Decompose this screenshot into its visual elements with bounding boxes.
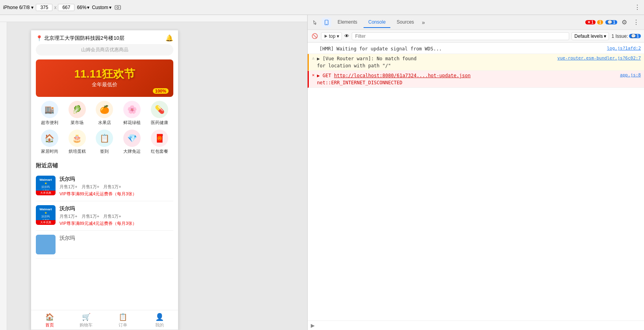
- category-grid: 🏬 超市便利 🥬 菜市场 🍊 水果店 🌸 鲜花绿植: [31, 97, 178, 158]
- custom-selector[interactable]: Custom ▾: [92, 5, 111, 10]
- levels-chevron-icon: ▾: [604, 33, 606, 39]
- store-item-3[interactable]: 沃尔玛: [36, 231, 173, 259]
- console-clear-icon[interactable]: 🚫: [311, 32, 319, 40]
- vue-warn-expand-icon[interactable]: ⚠: [312, 55, 315, 62]
- message-small-icon: 💬: [631, 34, 636, 38]
- console-filter-input[interactable]: [352, 32, 570, 40]
- console-vue-warn-text: ▶ [Vue Router warn]: No match foundfor l…: [317, 55, 555, 69]
- store-stats-1: 月售1万+ 月售1万+ 月售1万+: [59, 184, 173, 190]
- eye-icon[interactable]: 👁: [344, 33, 349, 39]
- bakery-icon: 🎂: [69, 130, 86, 147]
- category-item-brand[interactable]: 💎 大牌免运: [118, 130, 146, 154]
- category-item-home[interactable]: 🏠 家居时尚: [36, 130, 63, 154]
- device-tool-icon[interactable]: [322, 18, 331, 27]
- error-expand-icon[interactable]: ✕: [312, 72, 315, 79]
- category-item-bakery[interactable]: 🎂 烘培蛋糕: [63, 130, 91, 154]
- width-input[interactable]: [36, 4, 52, 11]
- store-item-2[interactable]: Walmart ★ 沃尔玛 达惠购 大本优惠 沃尔玛 月售1万+ 月售1: [36, 201, 173, 231]
- message-icon: 💬: [607, 20, 612, 24]
- nav-cart[interactable]: 🛒 购物车: [68, 313, 104, 328]
- checkin-icon: 📋: [96, 130, 113, 147]
- console-hmr-source[interactable]: log.js?1afd:2: [607, 45, 641, 52]
- tab-elements[interactable]: Elements: [333, 17, 362, 28]
- nav-profile[interactable]: 👤 我的: [141, 313, 178, 328]
- category-item-medicine[interactable]: 💊 医药健康: [146, 101, 173, 126]
- levels-selector[interactable]: Default levels ▾: [572, 32, 609, 40]
- screenshot-icon[interactable]: [114, 4, 122, 11]
- category-item-vegetable[interactable]: 🥬 菜市场: [63, 101, 91, 126]
- console-error-source[interactable]: app.js:8: [620, 72, 641, 79]
- context-label: top: [329, 33, 336, 39]
- home-label: 家居时尚: [41, 148, 58, 154]
- brand-label: 大牌免运: [123, 148, 141, 154]
- height-input[interactable]: [58, 4, 74, 11]
- store-vip-1: VIP尊享满89元减4元运费券（每月3张）: [59, 191, 173, 197]
- console-row-vue-warn: ⚠ ▶ [Vue Router warn]: No match foundfor…: [308, 54, 644, 71]
- flower-label: 鲜花绿植: [123, 120, 141, 126]
- error-url[interactable]: http://localhost:8080/61a7324....hot-upd…: [334, 73, 471, 78]
- store-vip-2: VIP尊享满89元减4元运费券（每月3张）: [59, 221, 173, 226]
- main-layout: 📍 北京理工大学国防科技园2号楼10层 🔔 山姆会员商店优惠商品 11.11狂欢…: [0, 15, 644, 330]
- zoom-label: 66%: [77, 5, 86, 10]
- device-selector[interactable]: iPhone 6/7/8 ▾: [3, 5, 33, 10]
- cursor-tool-icon[interactable]: [311, 18, 320, 27]
- category-item-supermarket[interactable]: 🏬 超市便利: [36, 101, 63, 126]
- more-tabs-icon[interactable]: »: [420, 18, 427, 27]
- category-item-flower[interactable]: 🌸 鲜花绿植: [118, 101, 146, 126]
- console-vue-warn-source[interactable]: vue-router.esm-bundler.js?6c02:7: [557, 55, 641, 62]
- medicine-label: 医药健康: [151, 120, 168, 126]
- context-selector[interactable]: top ▾: [321, 32, 342, 40]
- devtools-panel: Elements Console Sources » ✕ 1 1: [307, 15, 644, 330]
- devtools-more-icon[interactable]: ⋮: [631, 18, 641, 27]
- redpacket-label: 红包套餐: [151, 148, 168, 154]
- search-placeholder-text: 山姆会员商店优惠商品: [81, 47, 128, 52]
- store-promo-banner-1: 大本优惠: [36, 191, 56, 195]
- svg-marker-4: [325, 35, 327, 38]
- nav-home[interactable]: 🏠 首页: [31, 313, 68, 328]
- issue-count-badge: 💬 1: [629, 34, 641, 38]
- ruler-horizontal: [0, 15, 307, 22]
- banner-main-text: 11.11狂欢节: [74, 69, 135, 80]
- orders-nav-label: 订单: [119, 322, 127, 328]
- phone-frame: 📍 北京理工大学国防科技园2号楼10层 🔔 山姆会员商店优惠商品 11.11狂欢…: [31, 30, 178, 330]
- device-label: iPhone 6/7/8: [3, 5, 30, 10]
- supermarket-icon: 🏬: [41, 101, 58, 118]
- bakery-label: 烘培蛋糕: [69, 148, 86, 154]
- console-output: [HMR] Waiting for update signal from WDS…: [308, 43, 644, 321]
- devtools-settings-area: ✕ 1 1 💬 1 ⚙ ⋮: [585, 18, 641, 27]
- category-item-redpacket[interactable]: 🧧 红包套餐: [146, 130, 173, 154]
- devtools-settings-icon[interactable]: ⚙: [620, 18, 629, 27]
- promotional-banner[interactable]: 11.11狂欢节 全年最低价 100%: [36, 59, 173, 97]
- console-hmr-text: [HMR] Waiting for update signal from WDS…: [319, 45, 605, 52]
- error-icon: ✕: [587, 20, 590, 24]
- vegetable-icon: 🥬: [69, 101, 86, 118]
- location-pin-icon: 📍: [36, 35, 43, 41]
- nav-orders[interactable]: 📋 订单: [105, 313, 141, 328]
- store-name-2: 沃尔玛: [59, 205, 173, 212]
- home-icon: 🏠: [41, 130, 58, 147]
- console-toolbar: 🚫 top ▾ 👁 Default levels ▾ 1 Issue: 💬 1: [308, 30, 644, 43]
- profile-nav-icon: 👤: [155, 313, 164, 321]
- category-item-checkin[interactable]: 📋 签到: [91, 130, 119, 154]
- tab-sources[interactable]: Sources: [392, 17, 419, 28]
- banner-content: 11.11狂欢节 全年最低价: [74, 69, 135, 88]
- fruit-icon: 🍊: [96, 101, 113, 118]
- category-item-fruit[interactable]: 🍊 水果店: [91, 101, 119, 126]
- devtools-tab-bar: Elements Console Sources » ✕ 1 1: [308, 15, 644, 30]
- checkin-label: 签到: [100, 148, 109, 154]
- notification-bell-icon[interactable]: 🔔: [165, 34, 173, 42]
- store-item-1[interactable]: Walmart ★ 沃尔玛 达惠购 大本优惠 沃尔玛 月售1万+ 月售1: [36, 172, 173, 201]
- search-bar[interactable]: 山姆会员商店优惠商品: [36, 44, 173, 56]
- store-stats-2: 月售1万+ 月售1万+ 月售1万+: [59, 213, 173, 219]
- tab-console[interactable]: Console: [364, 17, 390, 28]
- top-toolbar: iPhone 6/7/8 ▾ x 66% ▾ Custom ▾ ⋮: [0, 0, 644, 15]
- console-input-field[interactable]: [316, 323, 641, 328]
- ruler-vertical: [0, 22, 7, 330]
- dimension-display: x: [36, 4, 74, 11]
- banner-sub-text: 全年最低价: [74, 81, 135, 88]
- zoom-selector[interactable]: 66% ▾: [77, 5, 89, 10]
- store-name-3: 沃尔玛: [59, 235, 173, 242]
- toolbar-more-icon[interactable]: ⋮: [634, 4, 641, 11]
- cart-nav-icon: 🛒: [82, 313, 91, 321]
- console-error-line2: net::ERR_INTERNET_DISCONNECTED: [317, 79, 618, 86]
